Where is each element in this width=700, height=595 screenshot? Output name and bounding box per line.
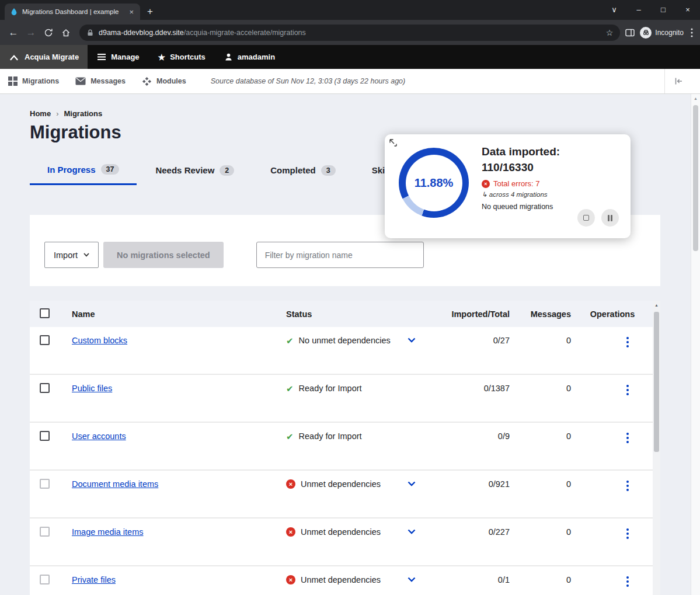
import-dropdown-button[interactable]: Import — [44, 242, 99, 268]
row-checkbox[interactable] — [40, 431, 50, 441]
envelope-icon — [75, 77, 86, 85]
header-imported-total: Imported/Total — [431, 309, 517, 319]
toolbar-item-shortcuts[interactable]: ★ Shortcuts — [149, 45, 215, 69]
expand-chevron-icon[interactable] — [408, 337, 416, 343]
migration-name-link[interactable]: Image media items — [72, 527, 144, 537]
scrollbar-thumb[interactable] — [693, 105, 698, 251]
across-migrations-note: ↳ across 4 migrations — [482, 190, 622, 199]
browser-tab[interactable]: Migrations Dashboard | example × — [5, 4, 140, 20]
nav-item-modules[interactable]: Modules — [142, 76, 186, 86]
home-button[interactable] — [57, 28, 75, 37]
imported-total-value: 0/921 — [431, 471, 517, 517]
messages-count: 0 — [517, 327, 580, 374]
filter-migration-input[interactable] — [256, 242, 424, 268]
header-status: Status — [286, 309, 431, 319]
nav-item-messages[interactable]: Messages — [75, 77, 126, 85]
table-body: Custom blocks ✔ No unmet dependencies 0/… — [30, 327, 660, 595]
incognito-icon — [640, 27, 652, 39]
row-checkbox[interactable] — [40, 575, 50, 584]
page-title: Migrations — [30, 122, 121, 143]
breadcrumb-current: Migrations — [64, 109, 102, 118]
migration-name-link[interactable]: Private files — [72, 575, 116, 584]
total-errors[interactable]: × Total errors: 7 — [482, 179, 622, 188]
table-row: Custom blocks ✔ No unmet dependencies 0/… — [30, 327, 660, 375]
pause-icon — [608, 215, 610, 221]
expand-chevron-icon[interactable] — [408, 481, 416, 486]
header-messages: Messages — [517, 309, 580, 319]
address-bar[interactable]: d9ama-ddevblog.ddev.site/acquia-migrate-… — [79, 25, 620, 41]
scroll-up-arrow-icon[interactable]: ▲ — [691, 94, 700, 100]
acquia-logo-icon — [9, 53, 19, 62]
check-icon: ✔ — [286, 432, 294, 441]
tab-completed[interactable]: Completed 3 — [253, 164, 353, 185]
stop-icon — [583, 215, 589, 221]
brand-label: Acquia Migrate — [25, 53, 79, 61]
error-icon: × — [286, 527, 295, 537]
close-button[interactable]: × — [675, 0, 700, 20]
progress-ring: 11.88% — [399, 148, 469, 218]
incognito-badge: Incognito — [640, 27, 684, 39]
resize-cursor-icon — [389, 138, 398, 147]
breadcrumb-home-link[interactable]: Home — [30, 109, 51, 118]
tab-close-icon[interactable]: × — [128, 8, 135, 16]
row-operations-kebab-icon[interactable] — [626, 337, 629, 339]
toolbar-item-manage[interactable]: Manage — [88, 45, 148, 69]
maximize-button[interactable]: □ — [651, 0, 675, 20]
progress-percent: 11.88% — [415, 176, 454, 190]
row-operations-kebab-icon[interactable] — [626, 576, 629, 579]
forward-button[interactable]: → — [22, 27, 40, 39]
migration-name-link[interactable]: Public files — [72, 384, 112, 393]
expand-chevron-icon[interactable] — [408, 577, 416, 582]
acquia-migrate-brand[interactable]: Acquia Migrate — [0, 45, 88, 69]
tab-count-badge: 2 — [220, 165, 234, 176]
toolbar-item-user[interactable]: amadamin — [215, 45, 284, 69]
stop-button[interactable] — [577, 209, 595, 227]
side-panel-icon[interactable] — [625, 28, 635, 37]
browser-navbar: ← → d9ama-ddevblog.ddev.site/acquia-migr… — [0, 20, 700, 45]
migration-name-link[interactable]: Custom blocks — [72, 336, 127, 345]
migrations-table: Name Status Imported/Total Messages Oper… — [30, 301, 660, 595]
tab-bar: In Progress 37 Needs Review 2 Completed … — [30, 164, 423, 185]
nav-item-migrations[interactable]: Migrations — [8, 76, 59, 86]
page-scrollbar[interactable]: ▲ — [691, 94, 700, 595]
reload-button[interactable] — [40, 28, 57, 37]
row-checkbox[interactable] — [40, 335, 50, 345]
error-icon: × — [286, 575, 295, 584]
pause-button[interactable] — [601, 209, 619, 227]
migration-name-link[interactable]: Document media items — [72, 479, 158, 489]
header-name: Name — [72, 309, 286, 319]
bookmark-star-icon[interactable]: ☆ — [606, 28, 614, 37]
source-database-note: Source database of Sun Nov 12, 3:03 (3 d… — [211, 77, 406, 85]
scrollbar-thumb[interactable] — [654, 312, 659, 452]
table-row: Public files ✔ Ready for Import 0/1387 0 — [30, 375, 660, 423]
row-operations-kebab-icon[interactable] — [626, 528, 629, 531]
row-checkbox[interactable] — [40, 479, 50, 489]
new-tab-button[interactable]: + — [147, 6, 153, 18]
tab-needs-review[interactable]: Needs Review 2 — [138, 164, 252, 185]
back-button[interactable]: ← — [5, 27, 22, 39]
progress-overlay-card: 11.88% Data imported: 110/16330 × Total … — [385, 134, 631, 238]
messages-count: 0 — [517, 423, 580, 469]
breadcrumb: Home › Migrations — [30, 109, 102, 118]
star-icon: ★ — [158, 53, 166, 62]
tab-search-chevron-icon[interactable]: ∨ — [602, 0, 626, 20]
select-all-checkbox[interactable] — [40, 308, 50, 318]
migration-name-link[interactable]: User accounts — [72, 432, 126, 441]
expand-chevron-icon[interactable] — [408, 529, 416, 534]
main-content: Home › Migrations Migrations In Progress… — [0, 94, 700, 595]
toolbar-collapse-button[interactable] — [664, 69, 692, 93]
row-operations-kebab-icon[interactable] — [626, 385, 629, 387]
lock-icon — [86, 29, 94, 37]
row-operations-kebab-icon[interactable] — [626, 433, 629, 435]
table-scrollbar[interactable]: ▲ — [653, 301, 660, 595]
row-operations-kebab-icon[interactable] — [626, 481, 629, 483]
scroll-up-arrow-icon[interactable]: ▲ — [653, 301, 660, 307]
minimize-button[interactable]: – — [626, 0, 651, 20]
row-checkbox[interactable] — [40, 527, 50, 537]
browser-menu-kebab-icon[interactable] — [691, 27, 693, 38]
tab-count-badge: 3 — [321, 165, 336, 176]
status-text: Unmet dependencies — [301, 527, 381, 537]
grid-icon — [8, 76, 18, 86]
row-checkbox[interactable] — [40, 383, 50, 393]
tab-in-progress[interactable]: In Progress 37 — [30, 164, 137, 185]
